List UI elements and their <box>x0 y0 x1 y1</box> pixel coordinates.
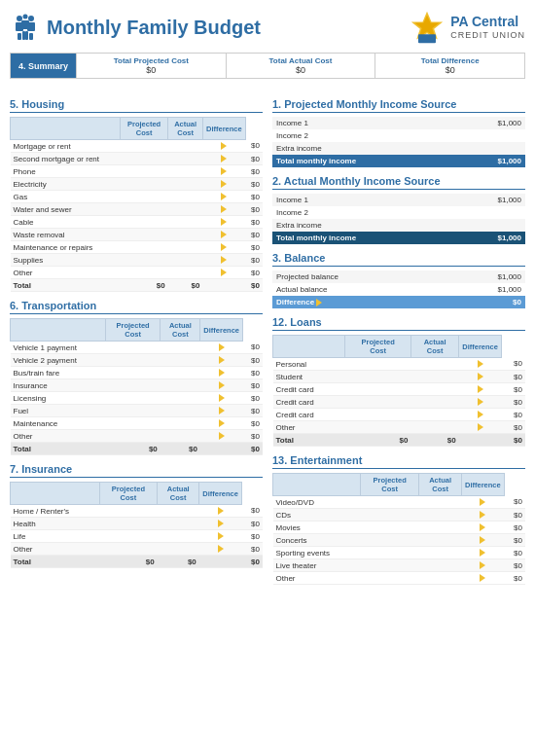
arrow-cell <box>461 559 504 572</box>
table-row: Vehicle 2 payment $0 <box>11 354 264 367</box>
table-row: Cable $0 <box>11 216 264 229</box>
diff-val: $0 <box>243 405 263 417</box>
row-label: Other <box>11 430 106 443</box>
row-label: Other <box>273 421 345 434</box>
income-total-row: Total monthly income$1,000 <box>272 232 525 244</box>
projected-val <box>105 367 160 379</box>
logo: PA Central CREDIT UNION <box>410 10 525 45</box>
actual-val <box>411 421 459 434</box>
income-value: $1,000 <box>458 194 525 206</box>
table-row: Student $0 <box>273 371 526 383</box>
projected-val <box>361 547 419 559</box>
arrow-cell <box>202 216 245 229</box>
insurance-title: 7. Insurance <box>10 463 263 478</box>
total-projected: $0 <box>345 434 411 447</box>
table-row: Insurance $0 <box>11 379 264 392</box>
arrow-cell <box>202 241 245 254</box>
actual-val <box>158 518 199 530</box>
projected-val <box>361 534 419 547</box>
projected-val <box>361 509 419 522</box>
diff-label: Difference <box>272 296 446 308</box>
total-diff: $0 <box>245 279 263 292</box>
arrow-cell <box>202 254 245 267</box>
arrow-cell <box>202 267 245 279</box>
total-diff: $0 <box>243 443 263 455</box>
row-label: Health <box>11 518 100 530</box>
diff-val: $0 <box>245 191 263 203</box>
actual-val <box>419 522 462 534</box>
total-label: Total <box>11 279 121 292</box>
projected-income-table: Income 1$1,000Income 2Extra incomeTotal … <box>272 117 525 167</box>
trans-item-header <box>11 319 106 342</box>
diff-val: $0 <box>241 530 263 543</box>
projected-income-title: 1. Projected Monthly Income Source <box>272 98 525 113</box>
svg-rect-9 <box>25 31 28 40</box>
actual-val <box>168 229 203 241</box>
diff-val: $0 <box>504 572 525 585</box>
projected-val <box>361 522 419 534</box>
row-label: Student <box>273 371 345 383</box>
actual-val <box>419 509 462 522</box>
balance-title: 3. Balance <box>272 252 525 267</box>
loans-title: 12. Loans <box>272 316 525 331</box>
arrow-cell <box>199 518 242 530</box>
arrow-cell <box>202 229 245 241</box>
diff-val: $0 <box>501 409 525 421</box>
arrow-cell <box>199 543 242 556</box>
balance-table: Projected balance$1,000Actual balance$1,… <box>272 270 525 308</box>
total-value: $1,000 <box>458 155 525 167</box>
table-row: Maintenance or repairs $0 <box>11 241 264 254</box>
actual-val <box>168 203 203 216</box>
entertainment-table: ProjectedCost ActualCost Difference Vide… <box>272 473 525 585</box>
total-row: Total $0 $0 $0 <box>11 556 264 568</box>
row-label: Video/DVD <box>273 496 361 509</box>
projected-val <box>99 530 157 543</box>
row-label: Live theater <box>273 559 361 572</box>
main-layout: 5. Housing ProjectedCost ActualCost Diff… <box>10 90 525 591</box>
arrow-cell <box>199 556 242 568</box>
table-row: Other $0 <box>273 421 526 434</box>
row-label: Insurance <box>11 379 106 392</box>
table-row: CDs $0 <box>273 509 526 522</box>
diff-val: $0 <box>245 229 263 241</box>
row-label: Other <box>11 267 121 279</box>
actual-val <box>168 191 203 203</box>
diff-val: $0 <box>243 367 263 379</box>
row-label: Fuel <box>11 405 106 417</box>
row-label: CDs <box>273 509 361 522</box>
diff-val: $0 <box>504 509 525 522</box>
projected-val <box>120 254 167 267</box>
table-row: Second mortgage or rent $0 <box>11 153 264 165</box>
family-icon <box>10 12 41 43</box>
svg-point-1 <box>28 16 34 21</box>
diff-val: $0 <box>243 354 263 367</box>
arrow-cell <box>459 383 502 396</box>
actual-val <box>419 547 462 559</box>
total-row: Total $0 $0 $0 <box>273 434 526 447</box>
table-row: Other $0 <box>11 430 264 443</box>
row-label: Life <box>11 530 100 543</box>
table-row: Waste removal $0 <box>11 229 264 241</box>
arrow-cell <box>459 358 502 371</box>
transportation-table: ProjectedCost ActualCost Difference Vehi… <box>10 318 263 455</box>
table-row: Bus/train fare $0 <box>11 367 264 379</box>
income-row: Income 2 <box>272 206 525 219</box>
diff-val: $0 <box>245 203 263 216</box>
logo-text: PA Central CREDIT UNION <box>450 14 525 41</box>
actual-val <box>160 379 200 392</box>
table-row: Credit card $0 <box>273 409 526 421</box>
row-label: Other <box>273 572 361 585</box>
table-row: Video/DVD $0 <box>273 496 526 509</box>
table-row: Mortgage or rent $0 <box>11 140 264 153</box>
diff-val: $0 <box>501 358 525 371</box>
projected-val <box>120 140 167 153</box>
projected-val <box>345 421 411 434</box>
arrow-cell <box>200 430 243 443</box>
header-left: Monthly Family Budget <box>10 12 261 43</box>
row-label: Home / Renter's <box>11 505 100 518</box>
row-label: Waste removal <box>11 229 121 241</box>
projected-val <box>345 383 411 396</box>
summary-bar: 4. Summary Total Projected Cost $0 Total… <box>10 53 525 79</box>
income-label: Income 2 <box>272 129 458 142</box>
ins-diff-header: Difference <box>199 483 242 505</box>
